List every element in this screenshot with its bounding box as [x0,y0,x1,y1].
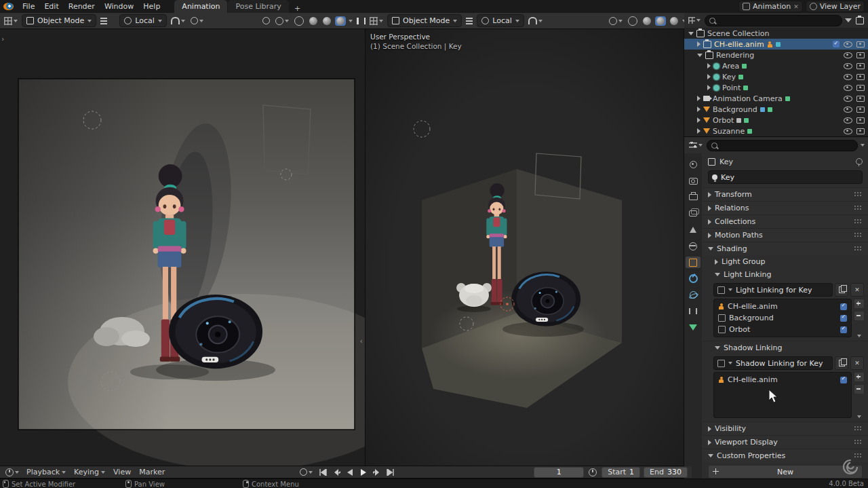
add-workspace-button[interactable]: + [290,4,305,13]
tab-world[interactable] [686,240,701,252]
menu-window[interactable]: Window [100,2,138,11]
pin-icon[interactable] [856,158,863,165]
disable-render-icon[interactable] [856,63,865,69]
shading-rendered-button[interactable] [669,16,679,26]
panel-shadow-linking[interactable]: Shadow Linking [703,341,868,354]
tab-pose-library[interactable]: Pose Library [228,0,288,13]
menu-render[interactable]: Render [64,2,100,11]
outliner-row-key[interactable]: Key [684,71,868,82]
unlink-scene-icon[interactable]: ✕ [793,3,799,10]
panel-shading[interactable]: Shading [703,242,868,255]
outliner-editor-type-button[interactable] [687,15,702,26]
list-item[interactable]: Orbot [714,324,851,335]
tab-view-layer[interactable] [686,208,701,219]
list-options-chevron-icon[interactable] [857,415,861,418]
hide-viewport-icon[interactable] [844,85,852,91]
outliner-row-animation-camera[interactable]: Animation Camera [684,93,868,104]
transform-orientation-dropdown[interactable]: Local [477,14,524,27]
shading-wireframe-button[interactable] [293,16,305,26]
menu-marker[interactable]: Marker [137,468,167,476]
outliner-row-orbot[interactable]: Orbot [684,115,868,126]
list-item[interactable]: CH-ellie.anim [714,374,851,386]
shading-options-chevron-icon[interactable] [349,20,353,22]
tab-render[interactable] [686,175,701,187]
disclosure-icon[interactable] [697,117,701,123]
panel-viewport-display[interactable]: Viewport Display [703,435,868,449]
outliner-row-background[interactable]: Background [684,104,868,115]
hide-viewport-icon[interactable] [844,128,852,134]
use-preview-range-button[interactable] [587,466,598,478]
duplicate-collection-button[interactable] [835,356,848,370]
drag-handle-icon[interactable] [854,426,863,432]
proportional-edit-button[interactable] [189,15,205,26]
disable-render-icon[interactable] [856,52,865,58]
link-checkbox[interactable] [840,303,847,310]
outliner-row-rendering[interactable]: Rendering [684,50,868,60]
disclosure-icon[interactable] [697,107,701,112]
disclosure-icon[interactable] [697,54,703,57]
show-overlays-button[interactable] [274,15,290,26]
drag-handle-icon[interactable] [854,191,863,198]
panel-relations[interactable]: Relations [703,201,868,214]
tab-constraints[interactable] [686,305,701,317]
drag-handle-icon[interactable] [854,205,863,211]
view-layer-selector[interactable]: View Layer [806,1,865,12]
next-keyframe-button[interactable] [372,468,382,477]
list-item[interactable]: Background [714,312,851,324]
tab-scene[interactable] [686,224,701,236]
disable-render-icon[interactable] [856,85,865,91]
add-item-button[interactable] [854,299,865,309]
panel-transform[interactable]: Transform [703,187,868,201]
disclosure-icon[interactable] [707,85,711,90]
blender-logo-icon[interactable] [3,3,14,10]
link-checkbox[interactable] [840,377,847,383]
tab-modifiers[interactable] [686,273,701,284]
disclosure-icon[interactable] [697,41,701,47]
object-name-field[interactable]: Key [708,170,863,184]
shadow-linking-collection-selector[interactable]: Shadow Linking for Key [713,356,833,370]
list-item[interactable]: CH-ellie.anim [714,301,851,312]
disable-render-icon[interactable] [856,41,865,48]
outliner-row-suzanne[interactable]: Suzanne [684,126,868,136]
outliner-row-ch-ellie[interactable]: CH-ellie.anim [684,39,868,50]
remove-item-button[interactable] [854,311,865,321]
show-overlays-button[interactable] [608,15,624,26]
disable-render-icon[interactable] [856,128,865,134]
tab-object[interactable] [686,257,701,268]
tab-tool[interactable] [686,159,701,170]
mode-dropdown[interactable]: Object Mode [22,14,96,27]
modes-menu-button[interactable] [465,15,474,26]
menu-keying[interactable]: Keying [72,468,107,476]
panel-motion-paths[interactable]: Motion Paths [703,228,868,242]
properties-editor-type-button[interactable] [688,140,704,151]
3d-viewport-right[interactable]: User Perspective (1) Scene Collection | … [366,29,684,466]
tab-physics[interactable] [686,289,701,301]
drag-handle-icon[interactable] [854,232,863,238]
start-frame-field[interactable]: Start1 [601,467,640,478]
tab-output[interactable] [686,191,701,203]
disable-render-icon[interactable] [856,117,865,124]
disclosure-icon[interactable] [707,63,711,69]
hide-viewport-icon[interactable] [844,107,852,113]
properties-search-input[interactable] [707,140,858,151]
disable-render-icon[interactable] [856,107,865,113]
filter-icon[interactable] [845,18,852,22]
auto-keying-button[interactable] [298,466,314,478]
collection-checkbox[interactable] [833,41,840,48]
remove-item-button[interactable] [854,384,865,394]
panel-visibility[interactable]: Visibility [703,421,868,435]
panel-light-group[interactable]: Light Group [703,255,868,268]
shading-material-button[interactable] [321,16,332,26]
snapping-button[interactable] [170,15,186,26]
3d-viewport-left[interactable]: › ‹ [0,29,365,466]
menu-edit[interactable]: Edit [39,2,63,11]
hide-viewport-icon[interactable] [844,74,852,80]
end-frame-field[interactable]: End330 [644,467,688,478]
drag-handle-icon[interactable] [854,439,863,445]
hide-viewport-icon[interactable] [844,52,852,58]
outliner-row-scene-collection[interactable]: Scene Collection [684,28,868,39]
shading-wireframe-button[interactable] [627,16,639,26]
play-button[interactable] [358,468,368,477]
outliner-search-input[interactable] [705,15,842,26]
editor-type-button[interactable] [3,15,19,26]
